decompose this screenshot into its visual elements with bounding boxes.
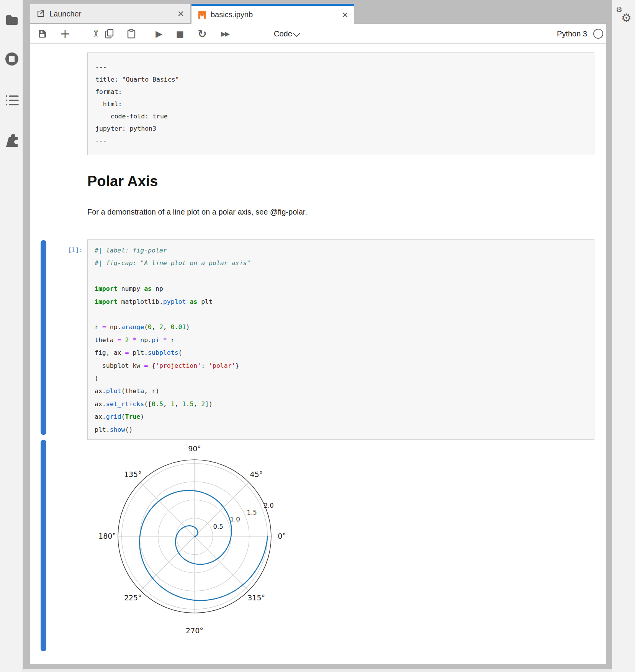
polar-plot-output: 0°45°90°135°180°225°270°315°0.51.01.52.0: [87, 432, 302, 643]
add-cell-button[interactable]: +: [57, 24, 74, 44]
svg-text:0.5: 0.5: [213, 523, 223, 530]
markdown-heading: Polar Axis: [87, 173, 158, 190]
code-cell-editor[interactable]: #| label: fig-polar#| fig-cap: "A line p…: [87, 239, 594, 440]
svg-text:315°: 315°: [247, 593, 265, 602]
kernel-name[interactable]: Python 3: [557, 30, 587, 38]
kernel-status-icon[interactable]: [593, 29, 603, 39]
svg-text:270°: 270°: [186, 626, 203, 635]
execution-count-prompt: [1]:: [30, 244, 83, 256]
input-cell-collapser[interactable]: [41, 240, 46, 435]
svg-text:2.0: 2.0: [263, 502, 273, 509]
main-panel: + ✂ ▶ ■ ↻ ▶▶ Code Python 3 ---title: "Qu…: [30, 24, 606, 664]
svg-text:0°: 0°: [278, 532, 286, 540]
notebook-toolbar: + ✂ ▶ ■ ↻ ▶▶ Code Python 3: [30, 24, 606, 44]
tab-basics-close-icon[interactable]: ×: [342, 11, 348, 19]
output-collapser[interactable]: [41, 440, 46, 651]
svg-text:1.0: 1.0: [230, 516, 240, 523]
paste-cells-button[interactable]: [123, 24, 140, 44]
save-button[interactable]: [34, 24, 51, 44]
tab-launcher-label: Launcher: [49, 10, 81, 18]
copy-cells-button[interactable]: [101, 24, 118, 44]
svg-text:45°: 45°: [250, 470, 263, 479]
cell-type-dropdown[interactable]: Code: [274, 24, 292, 44]
tab-basics-ipynb[interactable]: basics.ipynb ×: [191, 4, 354, 24]
running-kernels-icon[interactable]: [5, 52, 19, 66]
interrupt-kernel-button[interactable]: ■: [172, 24, 188, 44]
extension-manager-icon[interactable]: [5, 133, 19, 148]
markdown-paragraph: For a demonstration of a line plot on a …: [87, 208, 307, 216]
tab-basics-label: basics.ipynb: [211, 10, 253, 19]
run-cell-button[interactable]: ▶: [151, 24, 167, 44]
svg-text:135°: 135°: [124, 470, 142, 479]
restart-run-all-button[interactable]: ▶▶: [216, 24, 233, 44]
table-of-contents-icon[interactable]: [5, 93, 19, 108]
restart-kernel-button[interactable]: ↻: [194, 24, 211, 44]
file-browser-icon[interactable]: [5, 13, 19, 27]
launcher-icon: [36, 10, 45, 18]
right-activity-bar: ⚙ ⚙: [612, 0, 635, 672]
svg-text:225°: 225°: [124, 593, 142, 602]
left-activity-bar: [0, 0, 23, 672]
chevron-down-icon[interactable]: [293, 30, 300, 37]
svg-text:180°: 180°: [98, 532, 116, 540]
settings-gears-icon[interactable]: ⚙ ⚙: [615, 8, 633, 25]
svg-text:90°: 90°: [188, 444, 201, 453]
tab-launcher-close-icon[interactable]: ×: [178, 10, 184, 18]
notebook-file-icon: [198, 11, 206, 19]
polar-plot: 0°45°90°135°180°225°270°315°0.51.01.52.0: [87, 432, 302, 643]
yaml-raw-cell[interactable]: ---title: "Quarto Basics"format: html: c…: [87, 52, 594, 155]
svg-text:1.5: 1.5: [247, 509, 257, 516]
notebook-content: ---title: "Quarto Basics"format: html: c…: [30, 44, 606, 664]
tab-launcher[interactable]: Launcher ×: [30, 4, 190, 24]
